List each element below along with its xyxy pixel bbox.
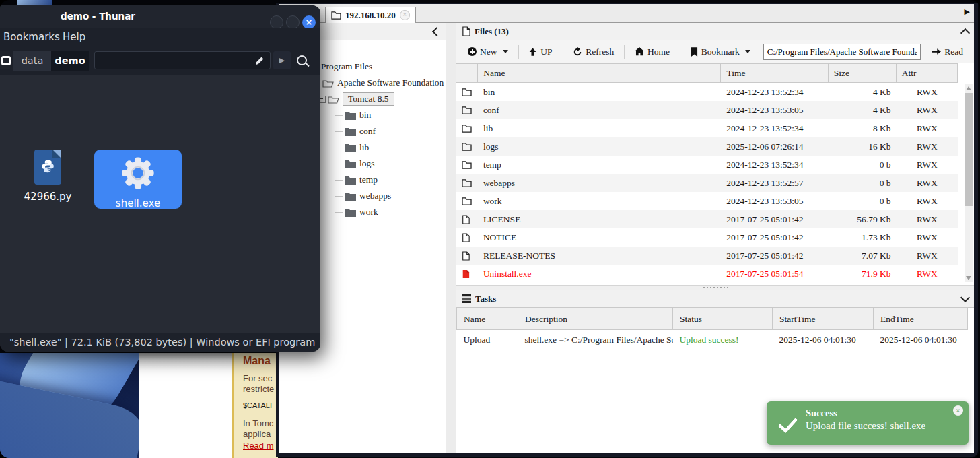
attr-column-header[interactable]: Attr [896, 64, 957, 83]
file-row-uninstall-exe[interactable]: Uninstall.exe2017-07-25 05:01:54 71.9 Kb… [456, 265, 958, 283]
arrow-right-icon [932, 47, 941, 56]
tree-item-program-files[interactable]: Program Files [321, 59, 372, 75]
name-column-header[interactable]: Name [478, 64, 721, 83]
folder-open-icon [328, 95, 339, 104]
toast-title: Success [806, 407, 837, 419]
file-row-bin[interactable]: bin2024-12-23 13:52:34 4 KbRWX [456, 83, 958, 101]
file-row-lib[interactable]: lib2024-12-23 13:52:34 8 KbRWX [456, 119, 958, 137]
task-name-header[interactable]: Name [457, 308, 518, 330]
tab-forward-icon[interactable]: ▶ [965, 7, 970, 16]
tree-item-webapps[interactable]: webapps [345, 188, 391, 204]
folder-icon [462, 160, 472, 169]
file-row-work[interactable]: work2024-12-23 13:53:05 0 bRWX [456, 192, 958, 210]
file-icon-42966-py[interactable]: 42966.py [18, 150, 78, 203]
tasks-table: Name Description Status StartTime EndTim… [456, 308, 968, 350]
thunar-tab-data[interactable]: data [13, 51, 51, 71]
tree-item-work[interactable]: work [345, 204, 378, 220]
tomcat-text-line: restricte [234, 384, 278, 395]
pencil-icon [255, 56, 265, 65]
files-panel: Files (13) New UP [456, 23, 974, 453]
time-column-header[interactable]: Time [721, 64, 828, 83]
toast-close-icon[interactable]: × [953, 405, 963, 416]
forward-icon[interactable]: ▶ [273, 51, 291, 69]
menu-bookmarks[interactable]: Bookmarks [3, 31, 60, 43]
thunar-window-title: demo - Thunar [61, 11, 135, 22]
folder-icon [345, 111, 356, 120]
icon-column-header[interactable] [456, 64, 478, 83]
file-row-release-notes[interactable]: RELEASE-NOTES2017-07-25 05:01:42 7.07 Kb… [456, 247, 958, 265]
collapse-down-icon[interactable] [960, 293, 970, 302]
folder-icon [345, 143, 356, 152]
thunar-titlebar[interactable]: demo - Thunar × [0, 5, 320, 28]
file-manager-window: 192.168.10.20 × ▶ (7) Program Files [276, 3, 978, 457]
minimize-button[interactable] [270, 15, 283, 29]
scrollbar-thumb[interactable] [965, 93, 973, 206]
tree-item-tomcat[interactable]: Tomcat 8.5 [328, 91, 394, 107]
file-icon-shell-exe-selected[interactable]: shell.exe [94, 150, 182, 209]
collapse-up-icon[interactable] [960, 28, 970, 37]
tomcat-page-fragment: Mana For sec restricte $CATALI In Tomc a… [232, 353, 278, 458]
thunar-statusbar: "shell.exe" | 72.1 KiB (73,802 bytes) | … [0, 333, 320, 352]
file-row-temp[interactable]: temp2024-12-23 13:52:34 0 bRWX [456, 156, 958, 174]
file-label: shell.exe [116, 197, 160, 209]
size-column-header[interactable]: Size [828, 64, 896, 83]
tree-item-temp[interactable]: temp [345, 172, 378, 188]
desktop-screen: Mana For sec restricte $CATALI In Tomc a… [0, 0, 980, 458]
new-button[interactable]: New [463, 44, 513, 59]
file-icon [462, 215, 470, 224]
collapse-left-icon[interactable] [432, 26, 442, 36]
bookmark-button[interactable]: Bookmark [686, 44, 755, 59]
folder-open-icon [322, 79, 334, 88]
folder-icon [345, 176, 356, 185]
menu-help[interactable]: Help [63, 31, 85, 43]
splitter-handle-icon [703, 287, 728, 288]
folder-icon [462, 124, 472, 133]
file-icon [462, 26, 470, 36]
search-icon[interactable] [297, 55, 307, 65]
files-panel-header: Files (13) [456, 23, 974, 40]
task-starttime-header[interactable]: StartTime [773, 308, 874, 330]
tree-item-lib[interactable]: lib [345, 139, 369, 156]
close-button[interactable]: × [302, 15, 316, 29]
refresh-button[interactable]: Refresh [568, 44, 619, 59]
panel-splitter[interactable] [446, 23, 456, 453]
tree-selected-label: Tomcat 8.5 [343, 92, 394, 106]
python-file-icon [34, 150, 61, 185]
tree-item-apache[interactable]: Apache Software Foundation [322, 75, 444, 91]
folder-icon [462, 197, 472, 205]
thunar-tab-demo[interactable]: demo [51, 51, 89, 71]
file-row-notice[interactable]: NOTICE2017-07-25 05:01:42 1.73 KbRWX [456, 228, 958, 247]
home-button[interactable]: Home [630, 44, 674, 59]
maximize-button[interactable] [286, 15, 300, 29]
tomcat-read-more-link[interactable]: Read m [234, 440, 278, 451]
file-row-conf[interactable]: conf2024-12-23 13:53:05 4 KbRWX [456, 101, 958, 119]
tree-item-bin[interactable]: bin [345, 107, 371, 123]
path-input[interactable] [763, 44, 921, 60]
task-status-header[interactable]: Status [673, 308, 773, 330]
tree-item-logs[interactable]: logs [345, 156, 375, 172]
session-tab-bar: 192.168.10.20 × ▶ [279, 4, 974, 23]
task-endtime-header[interactable]: EndTime [874, 308, 968, 330]
thunar-file-area[interactable]: 42966.py sh [0, 75, 320, 333]
up-button[interactable]: UP [524, 44, 557, 59]
tab-close-icon[interactable]: × [400, 10, 410, 20]
wallpaper-sliver [17, 0, 52, 5]
refresh-icon [573, 47, 582, 57]
location-field[interactable] [94, 51, 271, 69]
tree-item-conf[interactable]: conf [345, 123, 376, 139]
file-row-logs[interactable]: logs2025-12-06 07:26:14 16 KbRWX [456, 137, 958, 156]
task-row-upload[interactable]: Upload shell.exe => C:/Program Files/Apa… [457, 330, 968, 350]
tomcat-heading: Mana [234, 355, 278, 367]
thunar-window: demo - Thunar × Bookmarks Help data demo… [0, 5, 320, 352]
read-button[interactable]: Read [928, 44, 967, 59]
horizontal-splitter[interactable] [456, 285, 974, 290]
session-tab[interactable]: 192.168.10.20 × [325, 7, 416, 23]
scroll-up-icon[interactable] [966, 86, 971, 90]
vertical-scrollbar[interactable] [965, 84, 973, 282]
scroll-down-icon[interactable] [966, 276, 971, 280]
file-row-license[interactable]: LICENSE2017-07-25 05:01:42 56.79 KbRWX [456, 210, 958, 228]
task-description-header[interactable]: Description [518, 308, 673, 330]
tomcat-text-line: In Tomc [234, 418, 278, 429]
plus-icon [468, 47, 477, 56]
file-row-webapps[interactable]: webapps2024-12-23 13:52:57 0 bRWX [456, 174, 958, 192]
